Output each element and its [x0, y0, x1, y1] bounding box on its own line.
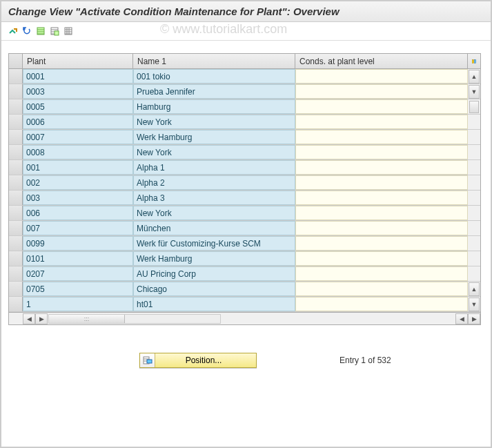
- vscroll-cell: [468, 236, 480, 251]
- cell-plant[interactable]: 0008: [23, 145, 133, 159]
- vscroll-up-step-icon[interactable]: ▲: [469, 282, 480, 296]
- select-all-icon[interactable]: [35, 25, 47, 37]
- row-selector[interactable]: [9, 191, 23, 205]
- hscroll-far-right-icon[interactable]: ▶: [468, 313, 480, 324]
- cell-name[interactable]: Alpha 3: [133, 191, 295, 205]
- cell-plant[interactable]: 1: [23, 297, 133, 311]
- cell-plant[interactable]: 0207: [23, 266, 133, 281]
- row-selector[interactable]: [9, 251, 23, 266]
- change-display-toggle-icon[interactable]: [7, 25, 19, 37]
- hscroll-thumb[interactable]: :::: [49, 315, 125, 323]
- row-selector[interactable]: [9, 84, 23, 99]
- deselect-all-icon[interactable]: [48, 25, 61, 37]
- row-selector[interactable]: [9, 160, 23, 175]
- vscroll-cell: [468, 130, 480, 144]
- cell-conds[interactable]: [295, 160, 468, 175]
- cell-name[interactable]: Chicago: [133, 282, 295, 296]
- row-selector[interactable]: [9, 69, 23, 84]
- column-plant[interactable]: Plant: [23, 54, 133, 68]
- vscroll-cell: ▲: [468, 282, 480, 296]
- svg-rect-7: [147, 360, 152, 363]
- cell-name[interactable]: ht01: [133, 297, 295, 311]
- row-selector[interactable]: [9, 221, 23, 235]
- row-selector[interactable]: [9, 206, 23, 220]
- table-settings-icon[interactable]: [62, 25, 75, 37]
- vscroll-up-icon[interactable]: ▲: [469, 70, 480, 84]
- cell-name[interactable]: Prueba Jennifer: [133, 84, 295, 99]
- cell-name[interactable]: München: [133, 221, 295, 235]
- cell-conds[interactable]: [295, 130, 468, 144]
- cell-conds[interactable]: [295, 84, 468, 99]
- table-row: 0007Werk Hamburg: [9, 130, 480, 145]
- cell-name[interactable]: New York: [133, 145, 295, 159]
- window-title: Change View "Activate Condition Maintena…: [1, 1, 491, 22]
- row-selector[interactable]: [9, 266, 23, 281]
- hscroll-left-icon[interactable]: ◀: [23, 313, 35, 324]
- cell-plant[interactable]: 0003: [23, 84, 133, 99]
- cell-name[interactable]: Werk für Customizing-Kurse SCM: [133, 236, 295, 251]
- cell-conds[interactable]: [295, 69, 468, 84]
- cell-plant[interactable]: 0099: [23, 236, 133, 251]
- cell-name[interactable]: Alpha 1: [133, 160, 295, 175]
- column-name[interactable]: Name 1: [133, 54, 295, 68]
- row-selector[interactable]: [9, 145, 23, 159]
- cell-plant[interactable]: 0001: [23, 69, 133, 84]
- cell-plant[interactable]: 0005: [23, 99, 133, 114]
- cell-plant[interactable]: 003: [23, 191, 133, 205]
- cell-name[interactable]: Hamburg: [133, 99, 295, 114]
- cell-conds[interactable]: [295, 115, 468, 129]
- cell-conds[interactable]: [295, 297, 468, 311]
- vscroll-thumb[interactable]: [469, 101, 479, 113]
- position-button[interactable]: Position...: [139, 353, 257, 368]
- table-header: Plant Name 1 Conds. at plant level: [9, 54, 480, 69]
- toolbar: [1, 22, 491, 41]
- column-conds[interactable]: Conds. at plant level: [295, 54, 468, 68]
- row-selector[interactable]: [9, 115, 23, 129]
- svg-rect-2: [55, 31, 59, 35]
- configure-columns-icon[interactable]: [468, 54, 480, 68]
- cell-conds[interactable]: [295, 145, 468, 159]
- hscroll-far-left-icon[interactable]: ◀: [455, 313, 468, 324]
- hscroll-right-icon[interactable]: ▶: [35, 313, 48, 324]
- cell-plant[interactable]: 006: [23, 206, 133, 220]
- cell-conds[interactable]: [295, 236, 468, 251]
- cell-conds[interactable]: [295, 99, 468, 114]
- vscroll-down-icon[interactable]: ▼: [469, 298, 480, 311]
- cell-plant[interactable]: 007: [23, 221, 133, 235]
- svg-rect-5: [475, 59, 476, 63]
- cell-conds[interactable]: [295, 175, 468, 190]
- undo-icon[interactable]: [21, 25, 33, 37]
- cell-name[interactable]: Werk Hamburg: [133, 251, 295, 266]
- column-selector[interactable]: [9, 54, 23, 68]
- cell-conds[interactable]: [295, 191, 468, 205]
- hscroll-track[interactable]: :::: [48, 314, 221, 324]
- cell-plant[interactable]: 0705: [23, 282, 133, 296]
- cell-conds[interactable]: [295, 251, 468, 266]
- cell-conds[interactable]: [295, 282, 468, 296]
- cell-plant[interactable]: 0101: [23, 251, 133, 266]
- vscroll-down-step-icon[interactable]: ▼: [469, 85, 480, 99]
- row-selector[interactable]: [9, 99, 23, 114]
- cell-name[interactable]: AU Pricing Corp: [133, 266, 295, 281]
- table-row: 002Alpha 2: [9, 175, 480, 191]
- cell-name[interactable]: New York: [133, 115, 295, 129]
- cell-plant[interactable]: 002: [23, 175, 133, 190]
- entry-counter: Entry 1 of 532: [340, 356, 391, 365]
- cell-conds[interactable]: [295, 221, 468, 235]
- cell-name[interactable]: Werk Hamburg: [133, 130, 295, 144]
- cell-plant[interactable]: 001: [23, 160, 133, 175]
- row-selector[interactable]: [9, 236, 23, 251]
- cell-conds[interactable]: [295, 206, 468, 220]
- cell-name[interactable]: 001 tokio: [133, 69, 295, 84]
- cell-plant[interactable]: 0006: [23, 115, 133, 129]
- row-selector[interactable]: [9, 297, 23, 311]
- cell-plant[interactable]: 0007: [23, 130, 133, 144]
- row-selector[interactable]: [9, 282, 23, 296]
- cell-name[interactable]: Alpha 2: [133, 175, 295, 190]
- cell-conds[interactable]: [295, 266, 468, 281]
- row-selector[interactable]: [9, 130, 23, 144]
- row-selector[interactable]: [9, 175, 23, 190]
- cell-name[interactable]: New York: [133, 206, 295, 220]
- table-row: 0001001 tokio▲: [9, 69, 480, 84]
- svg-rect-4: [473, 59, 474, 63]
